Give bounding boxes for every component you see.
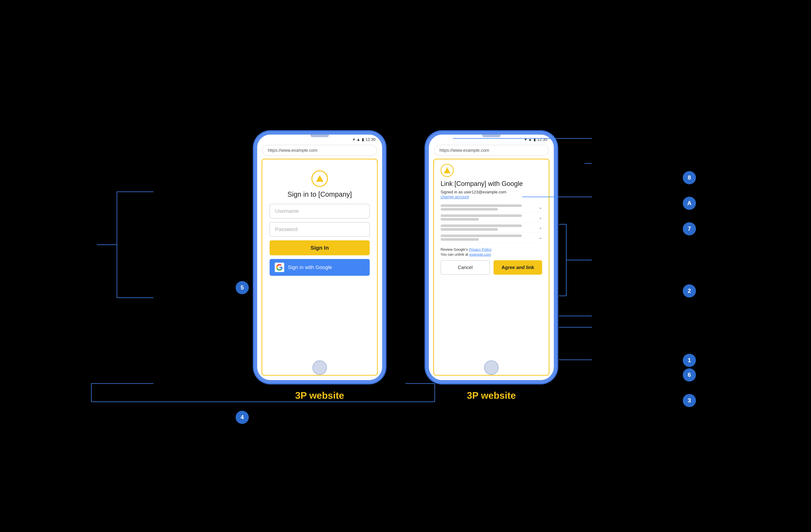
username-field[interactable]: Username <box>270 204 370 218</box>
permission-item-4[interactable]: ⌄ <box>441 233 542 243</box>
pbar <box>441 225 522 227</box>
left-phone: ▾ ▲ ▮ 12:30 https://www.example.com <box>254 131 385 383</box>
right-phone-label: 3P website <box>467 390 516 401</box>
pbar <box>441 218 479 221</box>
google-sign-in-button[interactable]: Sign in with Google <box>270 259 370 276</box>
annotation-3: 3 <box>683 394 696 407</box>
browser-bar-left: https://www.example.com <box>262 145 377 156</box>
agree-button[interactable]: Agree and link <box>493 260 542 275</box>
annotation-7: 7 <box>683 222 696 235</box>
policy-text: Review Google's Privacy Policy <box>441 247 542 252</box>
pbar <box>441 234 522 237</box>
company-logo-right <box>441 164 454 177</box>
annotation-1: 1 <box>683 354 696 367</box>
right-phone-inner: ▾ ▲ ▮ 12:30 https://www.example.com <box>429 135 554 380</box>
triangle-icon-right <box>443 167 451 174</box>
battery-icon-right: ▮ <box>534 137 536 142</box>
pbar <box>441 208 498 211</box>
password-field[interactable]: Password <box>270 222 370 237</box>
google-btn-label: Sign in with Google <box>288 264 332 270</box>
annotation-A: A <box>683 197 696 210</box>
left-screen-content: Sign in to [Company] Username Password S… <box>262 159 378 376</box>
right-phone-wrapper: ▾ ▲ ▮ 12:30 https://www.example.com <box>426 131 557 401</box>
permission-bars-1 <box>441 204 536 211</box>
cancel-button[interactable]: Cancel <box>441 260 490 275</box>
username-placeholder: Username <box>275 208 299 214</box>
permission-bars-3 <box>441 225 536 231</box>
url-left: https://www.example.com <box>268 148 318 153</box>
link-title: Link [Company] with Google <box>441 180 542 187</box>
left-phone-label: 3P website <box>295 390 344 401</box>
privacy-policy-link[interactable]: Privacy Policy <box>469 247 491 252</box>
permission-item-3[interactable]: ⌄ <box>441 223 542 233</box>
action-buttons: Cancel Agree and link <box>441 260 542 275</box>
permission-item-2[interactable]: ⌄ <box>441 213 542 223</box>
password-placeholder: Password <box>275 226 297 232</box>
status-icons-left: ▾ ▲ ▮ 12:30 <box>353 137 376 142</box>
annotation-2: 2 <box>683 284 696 298</box>
triangle-icon-left <box>316 174 324 183</box>
svg-marker-22 <box>444 167 450 173</box>
svg-marker-21 <box>316 175 323 182</box>
company-logo-left <box>311 170 328 187</box>
pbar <box>441 204 522 207</box>
permission-bars-4 <box>441 234 536 241</box>
phone-notch-right <box>482 135 501 137</box>
right-phone: ▾ ▲ ▮ 12:30 https://www.example.com <box>426 131 557 383</box>
unlink-prefix: You can unlink at <box>441 253 469 256</box>
signal-icon-right: ▲ <box>528 137 532 142</box>
right-screen-content: Link [Company] with Google Signed in as … <box>433 159 549 376</box>
wifi-icon: ▾ <box>353 137 355 142</box>
annotation-5: 5 <box>235 281 249 294</box>
annotation-8: 8 <box>683 171 696 184</box>
chevron-icon-3: ⌄ <box>539 225 542 230</box>
chevron-icon-2: ⌄ <box>539 215 542 220</box>
home-button-left[interactable] <box>312 360 327 375</box>
annotation-6: 6 <box>683 368 696 381</box>
pbar <box>441 238 479 241</box>
pbar <box>441 214 522 217</box>
pbar <box>441 228 498 231</box>
sign-in-title: Sign in to [Company] <box>288 191 352 198</box>
change-account-link[interactable]: change account <box>441 195 542 199</box>
status-time-right: 12:30 <box>537 137 547 142</box>
google-g-icon <box>276 264 283 271</box>
signed-in-text: Signed in as user123@example.com <box>441 190 542 195</box>
google-icon-box <box>275 263 284 272</box>
home-button-right[interactable] <box>484 360 499 375</box>
phone-notch-left <box>310 135 329 137</box>
permission-item-1[interactable]: ⌄ <box>441 202 542 213</box>
permission-bars-2 <box>441 214 536 221</box>
sign-in-button[interactable]: Sign In <box>270 240 370 255</box>
status-time-left: 12:30 <box>366 137 376 142</box>
annotation-4: 4 <box>235 411 249 424</box>
browser-bar-right: https://www.example.com <box>434 145 549 156</box>
url-right: https://www.example.com <box>440 148 489 153</box>
status-icons-right: ▾ ▲ ▮ 12:30 <box>524 137 547 142</box>
signal-icon: ▲ <box>356 137 361 142</box>
unlink-text: You can unlink at example.com <box>441 253 542 257</box>
left-phone-wrapper: ▾ ▲ ▮ 12:30 https://www.example.com <box>254 131 385 401</box>
battery-icon: ▮ <box>362 137 364 142</box>
review-text: Review Google's <box>441 247 469 252</box>
chevron-icon-1: ⌄ <box>539 205 542 210</box>
scene: ▾ ▲ ▮ 12:30 https://www.example.com <box>0 0 811 532</box>
unlink-link[interactable]: example.com <box>469 253 491 256</box>
chevron-icon-4: ⌄ <box>539 235 542 240</box>
wifi-icon-right: ▾ <box>524 137 526 142</box>
permissions-list: ⌄ ⌄ <box>441 202 542 243</box>
left-phone-inner: ▾ ▲ ▮ 12:30 https://www.example.com <box>257 135 382 380</box>
